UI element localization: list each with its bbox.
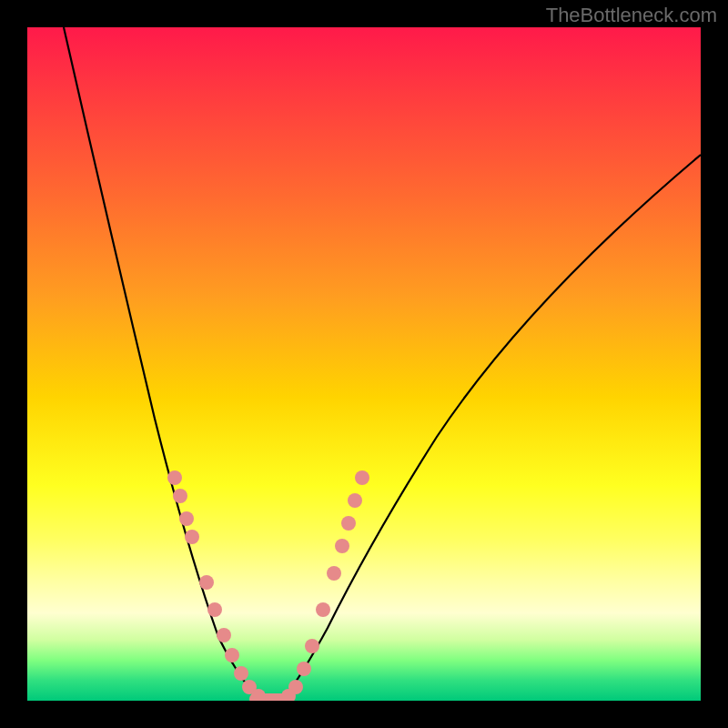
svg-point-15 [327, 566, 341, 581]
svg-point-11 [355, 470, 369, 485]
chart-svg [27, 27, 701, 701]
left-curve-markers [167, 470, 266, 701]
svg-point-2 [179, 511, 194, 526]
svg-point-17 [305, 639, 319, 653]
svg-point-6 [217, 628, 231, 642]
svg-point-14 [335, 539, 349, 553]
chart-plot-area [27, 27, 701, 701]
svg-point-7 [225, 648, 239, 662]
svg-point-0 [167, 470, 182, 485]
svg-point-3 [185, 530, 199, 544]
watermark-text: TheBottleneck.com [546, 4, 717, 27]
svg-point-13 [341, 516, 356, 531]
svg-point-4 [199, 575, 214, 590]
right-curve [282, 155, 701, 701]
left-curve [64, 27, 273, 701]
svg-point-8 [234, 666, 248, 681]
svg-point-18 [297, 662, 311, 676]
svg-point-12 [348, 493, 362, 508]
right-curve-markers [281, 470, 369, 701]
svg-point-16 [316, 602, 330, 617]
svg-point-5 [207, 602, 222, 617]
svg-point-1 [173, 489, 187, 503]
